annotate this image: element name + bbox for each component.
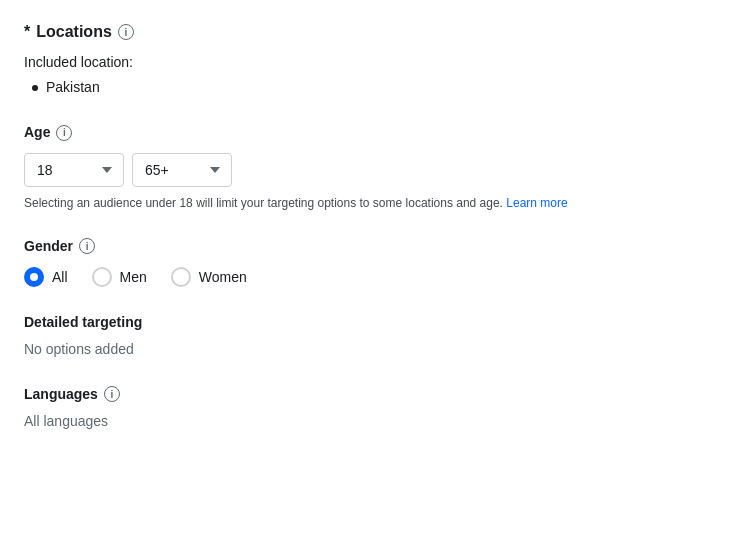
gender-option-all[interactable]: All [24, 267, 68, 288]
age-min-wrapper: 18 13 14 15 16 17 19 20 21 25 35 45 55 6… [24, 153, 124, 187]
gender-option-men[interactable]: Men [92, 267, 147, 288]
gender-radio-women [171, 267, 191, 287]
gender-radio-men [92, 267, 112, 287]
locations-label: Locations [36, 20, 112, 44]
languages-section: Languages i All languages [24, 384, 731, 432]
targeting-form: * Locations i Included location: Pakista… [0, 0, 755, 544]
age-warning: Selecting an audience under 18 will limi… [24, 195, 731, 212]
languages-info-icon[interactable]: i [104, 386, 120, 402]
gender-section: Gender i All Men Women [24, 236, 731, 288]
gender-women-label: Women [199, 267, 247, 288]
locations-title: * Locations i [24, 20, 731, 44]
location-value: Pakistan [46, 77, 100, 98]
age-title: Age i [24, 122, 731, 143]
included-location-label: Included location: [24, 52, 731, 73]
age-section: Age i 18 13 14 15 16 17 19 20 21 25 35 4… [24, 122, 731, 212]
gender-title: Gender i [24, 236, 731, 257]
bullet-icon [32, 85, 38, 91]
age-warning-text: Selecting an audience under 18 will limi… [24, 196, 503, 210]
location-item: Pakistan [24, 77, 731, 98]
detailed-targeting-section: Detailed targeting No options added [24, 312, 731, 360]
no-options-label: No options added [24, 339, 731, 360]
languages-label: Languages [24, 384, 98, 405]
age-label: Age [24, 122, 50, 143]
languages-value: All languages [24, 411, 731, 432]
gender-men-label: Men [120, 267, 147, 288]
age-max-wrapper: 65+ 18 20 21 25 35 45 55 65 [132, 153, 232, 187]
gender-option-women[interactable]: Women [171, 267, 247, 288]
age-min-select[interactable]: 18 13 14 15 16 17 19 20 21 25 35 45 55 6… [24, 153, 124, 187]
gender-info-icon[interactable]: i [79, 238, 95, 254]
detailed-targeting-title: Detailed targeting [24, 312, 731, 333]
required-asterisk: * [24, 20, 30, 44]
gender-options: All Men Women [24, 267, 731, 288]
locations-info-icon[interactable]: i [118, 24, 134, 40]
gender-radio-all [24, 267, 44, 287]
languages-title: Languages i [24, 384, 731, 405]
learn-more-link[interactable]: Learn more [506, 196, 567, 210]
age-dropdowns: 18 13 14 15 16 17 19 20 21 25 35 45 55 6… [24, 153, 731, 187]
gender-all-label: All [52, 267, 68, 288]
age-info-icon[interactable]: i [56, 125, 72, 141]
gender-label: Gender [24, 236, 73, 257]
locations-section: * Locations i Included location: Pakista… [24, 20, 731, 98]
age-max-select[interactable]: 65+ 18 20 21 25 35 45 55 65 [132, 153, 232, 187]
